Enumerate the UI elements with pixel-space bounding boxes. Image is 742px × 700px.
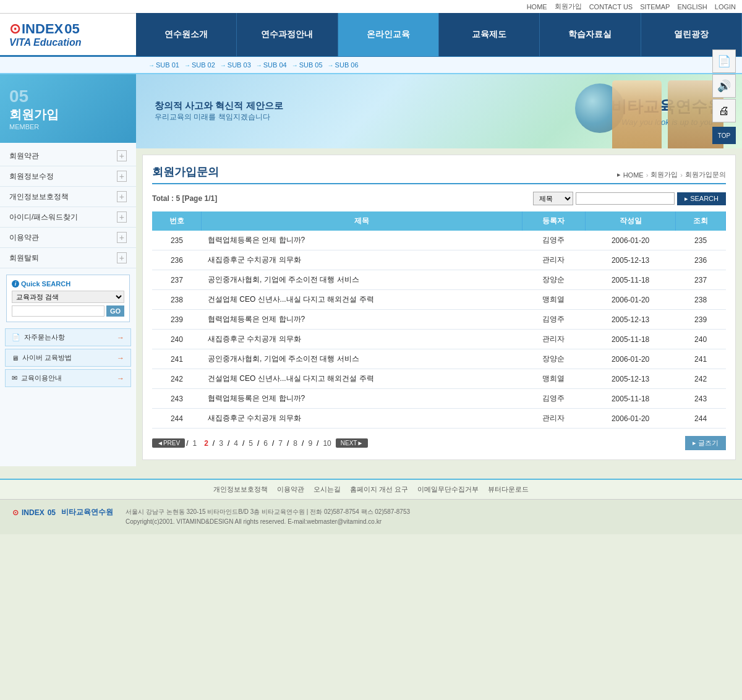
footer-link-4[interactable]: 이메일무단수집거부 (417, 485, 479, 494)
page-6[interactable]: 6 (260, 438, 271, 449)
page-3[interactable]: 3 (216, 438, 226, 449)
arrow-icon-0: → (117, 333, 124, 342)
page-7[interactable]: 7 (275, 438, 286, 449)
sidebar-item-5[interactable]: 회원탈퇴 + (0, 248, 136, 268)
table-row: 238 건설업체 CEO 신년사...내실 다지고 해외건설 주력 맹희열 20… (152, 290, 726, 310)
banner-text: 창의적 사고와 혁신적 제안으로 우리교육의 미래를 책임지겠습니다 (155, 100, 283, 122)
sidebar-item-2[interactable]: 개인정보보호정책 + (0, 187, 136, 207)
course-select[interactable]: 교육과정 검색 (12, 291, 124, 303)
banner-people (612, 80, 723, 148)
top-nav-login[interactable]: LOGIN (715, 3, 736, 11)
quick-search-label: Quick SEARCH (21, 280, 70, 288)
next-button[interactable]: NEXT► (336, 438, 369, 448)
main-area: 창의적 사고와 혁신적 제안으로 우리교육의 미래를 책임지겠습니다 비타교육연… (136, 74, 742, 466)
sidebar-plus-5: + (117, 252, 127, 263)
footer-copyright: Copyright(c)2001. VITAMIND&DESIGN All ri… (126, 517, 410, 527)
page-1[interactable]: 1 (189, 438, 200, 449)
cell-views-7: 242 (676, 369, 726, 389)
side-link-label-0: 자주묻는사항 (24, 333, 65, 342)
footer-link-3[interactable]: 홈페이지 개선 요구 (350, 485, 408, 494)
prev-button[interactable]: ◄PREV (152, 438, 185, 448)
top-nav-home[interactable]: HOME (527, 3, 547, 11)
footer-link-1[interactable]: 이용약관 (277, 485, 304, 494)
quick-search-go[interactable]: GO (106, 305, 124, 317)
cell-num-6: 241 (152, 349, 202, 369)
search-input[interactable] (576, 192, 675, 205)
sub-nav-5[interactable]: SUB 06 (328, 61, 359, 69)
cell-title-2[interactable]: 공인중개사협회, 기업에 주소이전 대행 서비스 (202, 270, 522, 290)
sub-nav-3[interactable]: SUB 04 (256, 61, 287, 69)
scroll-top-button[interactable]: TOP (712, 127, 736, 144)
breadcrumb-arrow: ▸ (617, 171, 621, 179)
quick-search-title: i Quick SEARCH (12, 280, 124, 288)
cell-title-9[interactable]: 새집증후군 수치공개 의무화 (202, 409, 522, 429)
cell-title-0[interactable]: 협력업체등록은 언제 합니까? (202, 231, 522, 250)
top-nav-contact[interactable]: CONTACT US (589, 3, 633, 11)
quick-search-input[interactable] (12, 305, 104, 317)
page-icon[interactable]: 📄 (712, 49, 736, 73)
cell-title-1[interactable]: 새집증후군 수치공개 의무화 (202, 250, 522, 270)
nav-item-4[interactable]: 학습자료실 (540, 13, 641, 56)
header: ⊙ INDEX 05 VITA Education 연수원소개 연수과정안내 온… (0, 14, 742, 57)
footer-link-2[interactable]: 오시는길 (313, 485, 341, 494)
search-select[interactable]: 제목 내용 작성자 (533, 192, 573, 205)
search-button[interactable]: ▸ SEARCH (677, 192, 726, 205)
cell-views-5: 240 (676, 330, 726, 349)
content-wrapper: 05 회원가입 MEMBER 회원약관 + 회원정보수정 + 개인정보보호정책 … (0, 74, 742, 466)
footer-link-5[interactable]: 뷰터다운로드 (488, 485, 529, 494)
page-10[interactable]: 10 (320, 438, 334, 449)
cell-title-4[interactable]: 협력업체등록은 언제 합니까? (202, 310, 522, 330)
font-size-button[interactable]: ▸ 글즈기 (685, 436, 726, 450)
sidebar-item-0[interactable]: 회원약관 + (0, 146, 136, 166)
breadcrumb-parent[interactable]: 회원가입 (650, 170, 678, 179)
sub-nav-0[interactable]: SUB 01 (148, 61, 179, 69)
sidebar-plus-3: + (117, 211, 127, 223)
sub-nav-1[interactable]: SUB 02 (184, 61, 215, 69)
nav-item-3[interactable]: 교육제도 (439, 13, 540, 56)
cell-date-4: 2005-12-13 (586, 310, 676, 330)
breadcrumb-home[interactable]: HOME (623, 171, 644, 179)
page-8[interactable]: 8 (290, 438, 301, 449)
side-link-0[interactable]: 📄 자주묻는사항 → (5, 328, 131, 346)
sub-nav-4[interactable]: SUB 05 (292, 61, 323, 69)
sidebar-item-1[interactable]: 회원정보수정 + (0, 166, 136, 187)
cell-num-2: 237 (152, 270, 202, 290)
top-nav-sitemap[interactable]: SITEMAP (640, 3, 670, 11)
page-4[interactable]: 4 (231, 438, 241, 449)
top-nav-member[interactable]: 회원가입 (555, 2, 582, 11)
sidebar-item-3[interactable]: 아이디/패스워드찾기 + (0, 207, 136, 228)
cell-author-7: 맹희열 (522, 369, 585, 389)
quick-search: i Quick SEARCH 교육과정 검색 GO (6, 275, 130, 322)
cell-title-3[interactable]: 건설업체 CEO 신년사...내실 다지고 해외건설 주력 (202, 290, 522, 310)
cell-num-4: 239 (152, 310, 202, 330)
col-header-author: 등록자 (522, 211, 585, 231)
footer-link-0[interactable]: 개인정보보호정책 (213, 485, 268, 494)
side-link-2[interactable]: ✉ 교육이용안내 → (5, 369, 131, 387)
table-row: 242 건설업체 CEO 신년사...내실 다지고 해외건설 주력 맹희열 20… (152, 369, 726, 389)
cell-title-5[interactable]: 새집증후군 수치공개 의무화 (202, 330, 522, 349)
page-2[interactable]: 2 (201, 438, 211, 449)
sub-nav-2[interactable]: SUB 03 (220, 61, 251, 69)
sidebar-item-label-5: 회원탈퇴 (9, 253, 39, 263)
cell-date-1: 2005-12-13 (586, 250, 676, 270)
print-icon[interactable]: 🖨 (712, 99, 736, 122)
nav-item-1[interactable]: 연수과정안내 (237, 13, 338, 56)
cell-title-7[interactable]: 건설업체 CEO 신년사...내실 다지고 해외건설 주력 (202, 369, 522, 389)
side-link-1[interactable]: 🖥 사이버 교육방법 → (5, 349, 131, 367)
font-size-arrow: ▸ (693, 439, 696, 447)
col-header-date: 작성일 (586, 211, 676, 231)
page-5[interactable]: 5 (245, 438, 256, 449)
page-9[interactable]: 9 (305, 438, 315, 449)
monitor-icon: 🖥 (12, 354, 19, 362)
top-nav-english[interactable]: ENGLISH (677, 3, 707, 11)
sidebar-item-4[interactable]: 이용약관 + (0, 228, 136, 248)
nav-item-0[interactable]: 연수원소개 (136, 13, 237, 56)
search-form: 제목 내용 작성자 ▸ SEARCH (533, 192, 726, 205)
cell-title-8[interactable]: 협력업체등록은 언제 합니까? (202, 389, 522, 409)
print-icon-symbol: 🖨 (719, 105, 730, 117)
sidebar-menu: 회원약관 + 회원정보수정 + 개인정보보호정책 + 아이디/패스워드찾기 + … (0, 146, 136, 268)
cell-title-6[interactable]: 공인중개사협회, 기업에 주소이전 대행 서비스 (202, 349, 522, 369)
nav-item-2[interactable]: 온라인교육 (338, 13, 439, 56)
sound-icon[interactable]: 🔊 (712, 74, 736, 98)
table-row: 239 협력업체등록은 언제 합니까? 김영주 2005-12-13 239 (152, 310, 726, 330)
